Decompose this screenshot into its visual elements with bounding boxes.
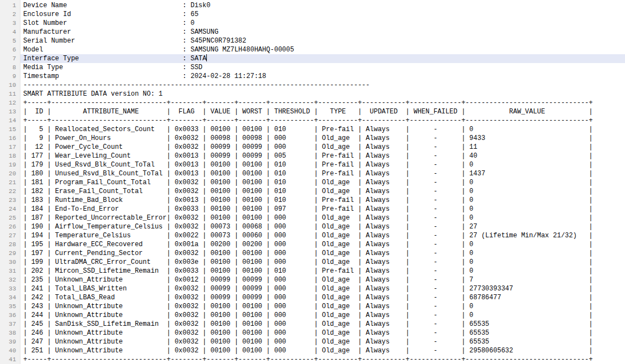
line-number: 8 bbox=[0, 63, 20, 72]
editor-line[interactable]: 16| 9 | Power_On_Hours | 0x0032 | 00098 … bbox=[0, 134, 625, 143]
editor-line[interactable]: 6Model : SAMSUNG MZ7LH480HAHQ-00005 bbox=[0, 45, 625, 54]
editor-line[interactable]: 41+-----+-----------------------------+-… bbox=[0, 355, 625, 364]
editor-line[interactable]: 24| 184 | End-To-End_Error | 0x0033 | 00… bbox=[0, 205, 625, 214]
code-line-text[interactable]: Media Type : SSD bbox=[20, 63, 625, 72]
editor-line[interactable]: 9Timestamp : 2024-02-28 11:27:18 bbox=[0, 72, 625, 81]
editor-line[interactable]: 12+-----+-----------------------------+-… bbox=[0, 98, 625, 107]
code-line-text[interactable]: | 197 | Current_Pending_Sector | 0x0032 … bbox=[20, 249, 625, 258]
editor-line[interactable]: 14+-----+-----------------------------+-… bbox=[0, 116, 625, 125]
code-text: | 241 | Total_LBAS_Written | 0x0032 | 00… bbox=[20, 285, 593, 293]
editor-line[interactable]: 11SMART ATTRIBIUTE DATA version NO: 1 bbox=[0, 90, 625, 98]
code-line-text[interactable]: Model : SAMSUNG MZ7LH480HAHQ-00005 bbox=[20, 45, 625, 54]
code-line-text[interactable]: | 202 | Mircon_SSD_Lifetime_Remain | 0x0… bbox=[20, 267, 625, 275]
editor-line[interactable]: 31| 202 | Mircon_SSD_Lifetime_Remain | 0… bbox=[0, 267, 625, 275]
code-line-text[interactable]: | 243 | Unknown_Attribute | 0x0032 | 001… bbox=[20, 302, 625, 311]
code-line-text[interactable]: Manufacturer : SAMSUNG bbox=[20, 28, 625, 37]
line-number: 24 bbox=[0, 205, 20, 214]
editor-line[interactable]: 19| 179 | Used_Rsvd_Blk_Count_ToTal | 0x… bbox=[0, 160, 625, 169]
editor-line[interactable]: 39| 247 | Unknown_Attribute | 0x0032 | 0… bbox=[0, 337, 625, 346]
code-line-text[interactable]: | 184 | End-To-End_Error | 0x0033 | 0010… bbox=[20, 205, 625, 214]
editor-line[interactable]: 17| 12 | Power_Cycle_Count | 0x0032 | 00… bbox=[0, 143, 625, 152]
code-line-text[interactable]: | 179 | Used_Rsvd_Blk_Count_ToTal | 0x00… bbox=[20, 160, 625, 169]
code-line-text[interactable]: | 251 | Unknown_Attribute | 0x0032 | 001… bbox=[20, 346, 625, 355]
code-line-text[interactable]: Interface Type : SATA bbox=[20, 54, 625, 63]
editor-line[interactable]: 4Manufacturer : SAMSUNG bbox=[0, 28, 625, 37]
code-line-text[interactable]: | 247 | Unknown_Attribute | 0x0032 | 001… bbox=[20, 337, 625, 346]
code-line-text[interactable]: | 177 | Wear_Leveling_Count | 0x0013 | 0… bbox=[20, 152, 625, 160]
editor-line[interactable]: 18| 177 | Wear_Leveling_Count | 0x0013 |… bbox=[0, 152, 625, 160]
editor-line[interactable]: 25| 187 | Reported_Uncorrectable_Error| … bbox=[0, 214, 625, 222]
editor-line[interactable]: 29| 197 | Current_Pending_Sector | 0x003… bbox=[0, 249, 625, 258]
line-number: 23 bbox=[0, 196, 20, 205]
code-line-text[interactable]: Device Name : Disk0 bbox=[20, 1, 625, 10]
active-editor-line[interactable]: 7Interface Type : SATA bbox=[0, 54, 625, 63]
editor-line[interactable]: 35| 243 | Unknown_Attribute | 0x0032 | 0… bbox=[0, 302, 625, 311]
code-line-text[interactable]: ----------------------------------------… bbox=[20, 81, 625, 90]
line-number: 32 bbox=[0, 275, 20, 284]
code-line-text[interactable]: | 245 | SanDisk_SSD_Lifetim_Remain | 0x0… bbox=[20, 320, 625, 329]
code-text: Slot Number : 0 bbox=[20, 19, 195, 27]
editor-line[interactable]: 37| 245 | SanDisk_SSD_Lifetim_Remain | 0… bbox=[0, 320, 625, 329]
editor-line[interactable]: 2Enclosure Id : 65 bbox=[0, 10, 625, 19]
editor-line[interactable]: 38| 246 | Unknown_Attribute | 0x0032 | 0… bbox=[0, 329, 625, 337]
code-line-text[interactable]: | 195 | Hardware_ECC_Recovered | 0x001a … bbox=[20, 240, 625, 249]
editor-line[interactable]: 20| 180 | Unused_Rsvd_Blk_Count_ToTal | … bbox=[0, 169, 625, 178]
code-text: | 235 | Unknown_Attribute | 0x0012 | 000… bbox=[20, 276, 593, 284]
line-number: 14 bbox=[0, 116, 20, 125]
code-line-text[interactable]: +-----+-----------------------------+---… bbox=[20, 355, 625, 364]
editor-line[interactable]: 27| 194 | Temperature_Celsius | 0x0022 |… bbox=[0, 231, 625, 240]
code-line-text[interactable]: | 246 | Unknown_Attribute | 0x0032 | 001… bbox=[20, 329, 625, 337]
editor-line[interactable]: 26| 190 | Airflow_Temperature_Celsius | … bbox=[0, 222, 625, 231]
editor-line[interactable]: 10--------------------------------------… bbox=[0, 81, 625, 90]
code-line-text[interactable]: Serial Number : S45PNC0R791382 bbox=[20, 37, 625, 45]
code-line-text[interactable]: | 9 | Power_On_Hours | 0x0032 | 00098 | … bbox=[20, 134, 625, 143]
code-line-text[interactable]: | 241 | Total_LBAS_Written | 0x0032 | 00… bbox=[20, 284, 625, 293]
code-line-text[interactable]: | ID | ATTRIBUTE_NAME | FLAG | VALUE | W… bbox=[20, 107, 625, 116]
code-text: | 195 | Hardware_ECC_Recovered | 0x001a … bbox=[20, 241, 593, 248]
editor-line[interactable]: 32| 235 | Unknown_Attribute | 0x0012 | 0… bbox=[0, 275, 625, 284]
code-line-text[interactable]: | 181 | Program_Fail_Count_Total | 0x003… bbox=[20, 178, 625, 187]
code-line-text[interactable]: | 5 | Reallocated_Sectors_Count | 0x0033… bbox=[20, 125, 625, 134]
code-line-text[interactable]: +-----+-----------------------------+---… bbox=[20, 116, 625, 125]
editor-line[interactable]: 1Device Name : Disk0 bbox=[0, 1, 625, 10]
code-text: | 246 | Unknown_Attribute | 0x0032 | 001… bbox=[20, 329, 593, 337]
editor-line[interactable]: 15| 5 | Reallocated_Sectors_Count | 0x00… bbox=[0, 125, 625, 134]
code-line-text[interactable]: SMART ATTRIBIUTE DATA version NO: 1 bbox=[20, 90, 625, 98]
editor-line[interactable]: 34| 242 | Total_LBAS_Read | 0x0032 | 000… bbox=[0, 293, 625, 302]
code-line-text[interactable]: | 183 | Runtime_Bad_Block | 0x0013 | 001… bbox=[20, 196, 625, 205]
line-number: 7 bbox=[0, 54, 20, 63]
code-line-text[interactable]: | 187 | Reported_Uncorrectable_Error| 0x… bbox=[20, 214, 625, 222]
editor-line[interactable]: 22| 182 | Erase_Fail_Count_Total | 0x003… bbox=[0, 187, 625, 196]
code-line-text[interactable]: | 182 | Erase_Fail_Count_Total | 0x0032 … bbox=[20, 187, 625, 196]
code-line-text[interactable]: | 180 | Unused_Rsvd_Blk_Count_ToTal | 0x… bbox=[20, 169, 625, 178]
editor-line[interactable]: 33| 241 | Total_LBAS_Written | 0x0032 | … bbox=[0, 284, 625, 293]
code-text: | 9 | Power_On_Hours | 0x0032 | 00098 | … bbox=[20, 134, 593, 142]
code-line-text[interactable]: | 194 | Temperature_Celsius | 0x0022 | 0… bbox=[20, 231, 625, 240]
editor-line[interactable]: 13| ID | ATTRIBUTE_NAME | FLAG | VALUE |… bbox=[0, 107, 625, 116]
code-line-text[interactable]: | 242 | Total_LBAS_Read | 0x0032 | 00099… bbox=[20, 293, 625, 302]
editor-line[interactable]: 3Slot Number : 0 bbox=[0, 19, 625, 28]
line-number: 1 bbox=[0, 1, 20, 10]
code-line-text[interactable]: | 190 | Airflow_Temperature_Celsius | 0x… bbox=[20, 222, 625, 231]
code-line-text[interactable]: Slot Number : 0 bbox=[20, 19, 625, 28]
editor-line[interactable]: 28| 195 | Hardware_ECC_Recovered | 0x001… bbox=[0, 240, 625, 249]
code-line-text[interactable]: | 199 | UltraDMA_CRC_Error_Count | 0x003… bbox=[20, 258, 625, 267]
code-line-text[interactable]: | 244 | Unknown_Attribute | 0x0032 | 001… bbox=[20, 311, 625, 320]
code-line-text[interactable]: | 235 | Unknown_Attribute | 0x0012 | 000… bbox=[20, 275, 625, 284]
text-caret bbox=[206, 54, 207, 61]
editor-line[interactable]: 23| 183 | Runtime_Bad_Block | 0x0013 | 0… bbox=[0, 196, 625, 205]
text-editor[interactable]: 1Device Name : Disk02Enclosure Id : 653S… bbox=[0, 0, 625, 364]
line-number: 19 bbox=[0, 160, 20, 169]
editor-line[interactable]: 21| 181 | Program_Fail_Count_Total | 0x0… bbox=[0, 178, 625, 187]
editor-line[interactable]: 30| 199 | UltraDMA_CRC_Error_Count | 0x0… bbox=[0, 258, 625, 267]
editor-line[interactable]: 40| 251 | Unknown_Attribute | 0x0032 | 0… bbox=[0, 346, 625, 355]
editor-line[interactable]: 36| 244 | Unknown_Attribute | 0x0032 | 0… bbox=[0, 311, 625, 320]
code-line-text[interactable]: Enclosure Id : 65 bbox=[20, 10, 625, 19]
code-text: | 187 | Reported_Uncorrectable_Error| 0x… bbox=[20, 214, 593, 222]
editor-line[interactable]: 8Media Type : SSD bbox=[0, 63, 625, 72]
line-number: 27 bbox=[0, 231, 20, 240]
editor-line[interactable]: 5Serial Number : S45PNC0R791382 bbox=[0, 37, 625, 45]
code-line-text[interactable]: +-----+-----------------------------+---… bbox=[20, 98, 625, 107]
code-line-text[interactable]: | 12 | Power_Cycle_Count | 0x0032 | 0009… bbox=[20, 143, 625, 152]
code-line-text[interactable]: Timestamp : 2024-02-28 11:27:18 bbox=[20, 72, 625, 81]
